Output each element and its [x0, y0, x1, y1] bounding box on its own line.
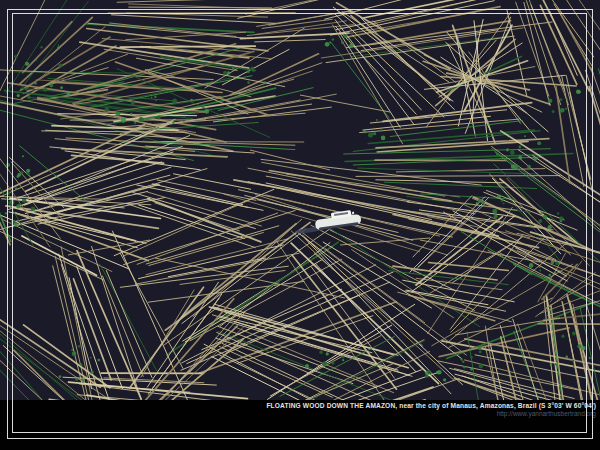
vegetation-dot — [551, 221, 553, 223]
vegetation-dot — [17, 94, 20, 97]
vegetation-dot — [14, 55, 17, 58]
vegetation-dot — [470, 367, 473, 370]
vegetation-dot — [533, 157, 537, 161]
vegetation-dot — [572, 360, 574, 362]
vegetation-dot — [482, 201, 485, 204]
vegetation-dot — [581, 346, 585, 350]
vegetation-dot — [328, 363, 330, 365]
vegetation-dot — [539, 270, 541, 272]
vegetation-dot — [130, 113, 132, 115]
vegetation-dot — [205, 109, 210, 114]
vegetation-dot — [492, 209, 497, 214]
vegetation-dot — [559, 216, 563, 220]
vegetation-dot — [190, 99, 193, 102]
vegetation-dot — [26, 169, 30, 173]
vegetation-dot — [518, 156, 522, 160]
vegetation-dot — [341, 41, 344, 44]
vegetation-dot — [462, 361, 464, 363]
vegetation-dot — [247, 81, 249, 83]
vegetation-dot — [529, 263, 534, 268]
vegetation-dot — [573, 365, 575, 367]
vegetation-dot — [552, 110, 555, 113]
vegetation-dot — [476, 202, 478, 204]
vegetation-dot — [14, 223, 18, 227]
vegetation-dot — [560, 98, 563, 101]
vegetation-dot — [139, 117, 144, 122]
vegetation-dot — [104, 108, 109, 113]
vegetation-dot — [577, 344, 581, 348]
vegetation-dot — [576, 90, 580, 94]
vegetation-dot — [151, 97, 153, 99]
vegetation-dot — [470, 356, 473, 359]
vegetation-dot — [363, 130, 366, 133]
vegetation-dot — [172, 98, 177, 103]
vegetation-dot — [35, 59, 37, 61]
vegetation-dot — [479, 350, 482, 353]
vegetation-dot — [557, 212, 559, 214]
vegetation-dot — [373, 132, 376, 135]
vegetation-dot — [549, 274, 551, 276]
wallpaper: FLOATING WOOD DOWN THE AMAZON, near the … — [0, 0, 600, 450]
vegetation-dot — [218, 119, 221, 122]
vegetation-dot — [540, 212, 542, 214]
vegetation-dot — [59, 375, 62, 378]
vegetation-dot — [443, 378, 446, 381]
vegetation-dot — [21, 171, 24, 174]
vegetation-dot — [479, 364, 484, 369]
vegetation-dot — [332, 38, 334, 40]
vegetation-dot — [155, 99, 157, 101]
vegetation-dot — [80, 364, 82, 366]
caption-title: FLOATING WOOD DOWN THE AMAZON, near the … — [0, 402, 600, 410]
vegetation-dot — [425, 375, 428, 378]
vegetation-dot — [502, 202, 504, 204]
vegetation-dot — [381, 136, 386, 141]
vegetation-dot — [560, 108, 565, 113]
vegetation-dot — [326, 352, 329, 355]
vegetation-dot — [325, 42, 330, 47]
vegetation-dot — [40, 46, 42, 48]
vegetation-dot — [510, 150, 515, 155]
log — [120, 46, 255, 47]
vegetation-dot — [427, 370, 431, 374]
vegetation-dot — [371, 132, 373, 134]
vegetation-dot — [488, 213, 490, 215]
vegetation-dot — [90, 371, 93, 374]
vegetation-dot — [131, 101, 135, 105]
vegetation-dot — [115, 111, 120, 116]
vegetation-dot — [539, 267, 541, 269]
vegetation-dot — [6, 191, 10, 195]
vegetation-dot — [572, 332, 576, 336]
aerial-photo-log-rafts — [0, 0, 600, 450]
vegetation-dot — [331, 361, 334, 364]
vegetation-dot — [380, 129, 383, 132]
vegetation-dot — [58, 44, 60, 46]
vegetation-dot — [71, 349, 73, 351]
vegetation-dot — [49, 84, 53, 88]
vegetation-dot — [460, 358, 462, 360]
vegetation-dot — [548, 99, 553, 104]
vegetation-dot — [72, 351, 77, 356]
vegetation-dot — [555, 262, 559, 266]
vegetation-dot — [6, 163, 10, 167]
vegetation-dot — [16, 204, 20, 208]
vegetation-dot — [494, 215, 498, 219]
vegetation-dot — [82, 378, 85, 381]
vegetation-dot — [31, 206, 36, 211]
vegetation-dot — [75, 378, 78, 381]
vegetation-dot — [376, 119, 378, 121]
vegetation-dot — [22, 155, 24, 157]
vegetation-dot — [250, 66, 254, 70]
vegetation-dot — [264, 81, 267, 84]
vegetation-dot — [121, 118, 126, 123]
vegetation-dot — [342, 359, 344, 361]
vegetation-dot — [566, 98, 568, 100]
vegetation-dot — [157, 116, 161, 120]
vegetation-dot — [549, 282, 551, 284]
vegetation-dot — [78, 345, 81, 348]
vegetation-dot — [515, 164, 519, 168]
vegetation-dot — [496, 153, 498, 155]
vegetation-dot — [34, 82, 36, 84]
vegetation-dot — [5, 212, 7, 214]
vegetation-dot — [9, 200, 14, 205]
log — [538, 324, 600, 325]
